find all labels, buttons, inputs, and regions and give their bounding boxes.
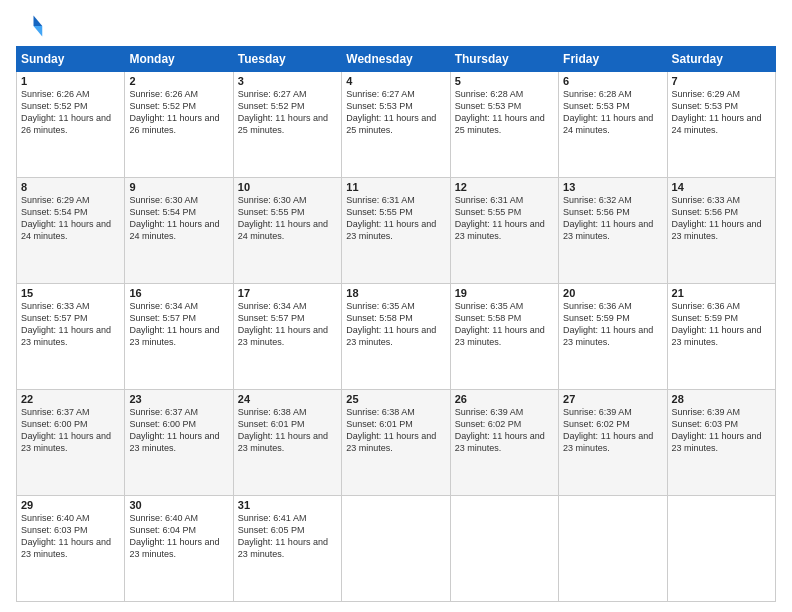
day-number: 12 [455,181,554,193]
calendar-cell: 18Sunrise: 6:35 AMSunset: 5:58 PMDayligh… [342,284,450,390]
header [16,12,776,40]
calendar-cell: 13Sunrise: 6:32 AMSunset: 5:56 PMDayligh… [559,178,667,284]
calendar-cell: 26Sunrise: 6:39 AMSunset: 6:02 PMDayligh… [450,390,558,496]
day-number: 23 [129,393,228,405]
day-info: Sunrise: 6:29 AMSunset: 5:54 PMDaylight:… [21,194,120,243]
day-info: Sunrise: 6:41 AMSunset: 6:05 PMDaylight:… [238,512,337,561]
calendar-cell: 12Sunrise: 6:31 AMSunset: 5:55 PMDayligh… [450,178,558,284]
day-number: 5 [455,75,554,87]
day-number: 25 [346,393,445,405]
calendar-cell: 8Sunrise: 6:29 AMSunset: 5:54 PMDaylight… [17,178,125,284]
calendar-week-row: 8Sunrise: 6:29 AMSunset: 5:54 PMDaylight… [17,178,776,284]
day-number: 18 [346,287,445,299]
calendar-week-row: 15Sunrise: 6:33 AMSunset: 5:57 PMDayligh… [17,284,776,390]
day-info: Sunrise: 6:35 AMSunset: 5:58 PMDaylight:… [346,300,445,349]
svg-marker-1 [34,26,43,37]
calendar-cell: 19Sunrise: 6:35 AMSunset: 5:58 PMDayligh… [450,284,558,390]
day-number: 8 [21,181,120,193]
calendar-week-row: 22Sunrise: 6:37 AMSunset: 6:00 PMDayligh… [17,390,776,496]
calendar-cell: 30Sunrise: 6:40 AMSunset: 6:04 PMDayligh… [125,496,233,602]
day-info: Sunrise: 6:33 AMSunset: 5:57 PMDaylight:… [21,300,120,349]
calendar-cell [559,496,667,602]
day-info: Sunrise: 6:34 AMSunset: 5:57 PMDaylight:… [129,300,228,349]
calendar-cell: 25Sunrise: 6:38 AMSunset: 6:01 PMDayligh… [342,390,450,496]
calendar-cell: 16Sunrise: 6:34 AMSunset: 5:57 PMDayligh… [125,284,233,390]
day-number: 22 [21,393,120,405]
calendar-cell: 28Sunrise: 6:39 AMSunset: 6:03 PMDayligh… [667,390,775,496]
calendar-cell: 27Sunrise: 6:39 AMSunset: 6:02 PMDayligh… [559,390,667,496]
day-number: 24 [238,393,337,405]
svg-marker-0 [34,16,43,27]
day-info: Sunrise: 6:36 AMSunset: 5:59 PMDaylight:… [563,300,662,349]
calendar-cell: 1Sunrise: 6:26 AMSunset: 5:52 PMDaylight… [17,72,125,178]
day-number: 30 [129,499,228,511]
day-number: 28 [672,393,771,405]
day-number: 29 [21,499,120,511]
day-number: 7 [672,75,771,87]
day-info: Sunrise: 6:26 AMSunset: 5:52 PMDaylight:… [21,88,120,137]
calendar-cell: 24Sunrise: 6:38 AMSunset: 6:01 PMDayligh… [233,390,341,496]
day-number: 16 [129,287,228,299]
calendar-cell [667,496,775,602]
calendar-cell: 3Sunrise: 6:27 AMSunset: 5:52 PMDaylight… [233,72,341,178]
day-info: Sunrise: 6:39 AMSunset: 6:03 PMDaylight:… [672,406,771,455]
day-info: Sunrise: 6:28 AMSunset: 5:53 PMDaylight:… [563,88,662,137]
day-number: 9 [129,181,228,193]
calendar-cell: 6Sunrise: 6:28 AMSunset: 5:53 PMDaylight… [559,72,667,178]
day-number: 14 [672,181,771,193]
calendar-header-day: Thursday [450,47,558,72]
logo [16,12,48,40]
calendar-header-day: Wednesday [342,47,450,72]
calendar-cell: 29Sunrise: 6:40 AMSunset: 6:03 PMDayligh… [17,496,125,602]
calendar-week-row: 1Sunrise: 6:26 AMSunset: 5:52 PMDaylight… [17,72,776,178]
day-info: Sunrise: 6:33 AMSunset: 5:56 PMDaylight:… [672,194,771,243]
calendar-header-day: Sunday [17,47,125,72]
day-number: 31 [238,499,337,511]
calendar-cell: 14Sunrise: 6:33 AMSunset: 5:56 PMDayligh… [667,178,775,284]
day-info: Sunrise: 6:37 AMSunset: 6:00 PMDaylight:… [129,406,228,455]
page: SundayMondayTuesdayWednesdayThursdayFrid… [0,0,792,612]
day-info: Sunrise: 6:32 AMSunset: 5:56 PMDaylight:… [563,194,662,243]
calendar-header-day: Tuesday [233,47,341,72]
day-info: Sunrise: 6:40 AMSunset: 6:03 PMDaylight:… [21,512,120,561]
calendar-cell: 5Sunrise: 6:28 AMSunset: 5:53 PMDaylight… [450,72,558,178]
day-number: 20 [563,287,662,299]
calendar-cell: 23Sunrise: 6:37 AMSunset: 6:00 PMDayligh… [125,390,233,496]
calendar-cell: 20Sunrise: 6:36 AMSunset: 5:59 PMDayligh… [559,284,667,390]
day-number: 10 [238,181,337,193]
day-number: 4 [346,75,445,87]
calendar-header-day: Saturday [667,47,775,72]
calendar-cell: 4Sunrise: 6:27 AMSunset: 5:53 PMDaylight… [342,72,450,178]
calendar-header-day: Monday [125,47,233,72]
calendar-cell: 22Sunrise: 6:37 AMSunset: 6:00 PMDayligh… [17,390,125,496]
day-number: 1 [21,75,120,87]
day-info: Sunrise: 6:31 AMSunset: 5:55 PMDaylight:… [455,194,554,243]
day-info: Sunrise: 6:34 AMSunset: 5:57 PMDaylight:… [238,300,337,349]
day-info: Sunrise: 6:39 AMSunset: 6:02 PMDaylight:… [563,406,662,455]
day-number: 26 [455,393,554,405]
day-info: Sunrise: 6:37 AMSunset: 6:00 PMDaylight:… [21,406,120,455]
day-info: Sunrise: 6:29 AMSunset: 5:53 PMDaylight:… [672,88,771,137]
day-info: Sunrise: 6:39 AMSunset: 6:02 PMDaylight:… [455,406,554,455]
day-number: 3 [238,75,337,87]
calendar-cell: 9Sunrise: 6:30 AMSunset: 5:54 PMDaylight… [125,178,233,284]
day-info: Sunrise: 6:38 AMSunset: 6:01 PMDaylight:… [346,406,445,455]
calendar-cell [450,496,558,602]
day-info: Sunrise: 6:36 AMSunset: 5:59 PMDaylight:… [672,300,771,349]
calendar-cell: 10Sunrise: 6:30 AMSunset: 5:55 PMDayligh… [233,178,341,284]
calendar-cell: 2Sunrise: 6:26 AMSunset: 5:52 PMDaylight… [125,72,233,178]
day-info: Sunrise: 6:30 AMSunset: 5:55 PMDaylight:… [238,194,337,243]
day-number: 15 [21,287,120,299]
day-info: Sunrise: 6:40 AMSunset: 6:04 PMDaylight:… [129,512,228,561]
day-number: 21 [672,287,771,299]
day-number: 6 [563,75,662,87]
calendar-cell: 11Sunrise: 6:31 AMSunset: 5:55 PMDayligh… [342,178,450,284]
calendar-cell: 7Sunrise: 6:29 AMSunset: 5:53 PMDaylight… [667,72,775,178]
calendar-header-row: SundayMondayTuesdayWednesdayThursdayFrid… [17,47,776,72]
day-info: Sunrise: 6:27 AMSunset: 5:52 PMDaylight:… [238,88,337,137]
day-info: Sunrise: 6:30 AMSunset: 5:54 PMDaylight:… [129,194,228,243]
calendar-cell: 21Sunrise: 6:36 AMSunset: 5:59 PMDayligh… [667,284,775,390]
day-number: 17 [238,287,337,299]
day-info: Sunrise: 6:28 AMSunset: 5:53 PMDaylight:… [455,88,554,137]
day-info: Sunrise: 6:27 AMSunset: 5:53 PMDaylight:… [346,88,445,137]
